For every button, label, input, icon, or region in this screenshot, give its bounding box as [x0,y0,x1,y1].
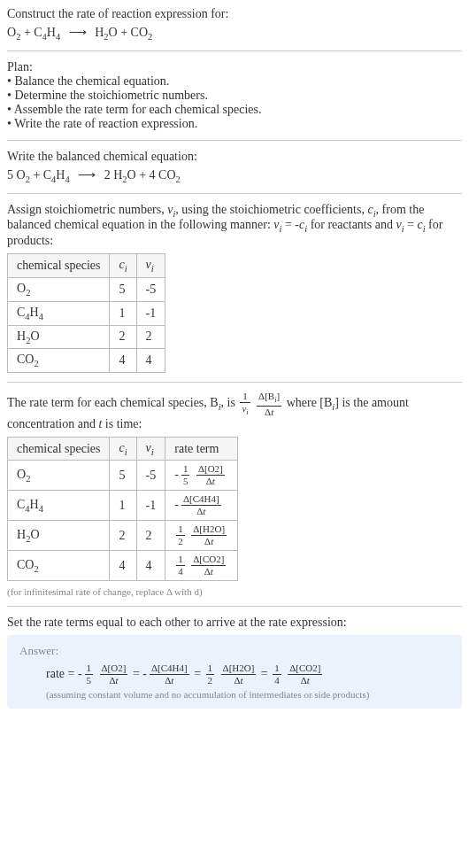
final-section: Set the rate terms equal to each other t… [7,616,462,709]
table-row: H2O22 [8,325,165,349]
col-species: chemical species [8,437,110,461]
balanced-equation: 5 O2 + C4H4 ⟶ 2 H2O + 4 CO2 [7,167,462,184]
table-row: H2O 2 2 12 Δ[H2O]Δt [8,521,238,551]
table-header-row: chemical species ci νi rate term [8,437,238,461]
divider [7,140,462,141]
plan-section: Plan: • Balance the chemical equation. •… [7,60,462,131]
unbalanced-equation: O2 + C4H4 ⟶ H2O + CO2 [7,25,462,42]
col-rate: rate term [165,437,238,461]
rateterm-footnote: (for infinitesimal rate of change, repla… [7,586,462,597]
final-heading: Set the rate terms equal to each other t… [7,616,462,630]
col-nui: νi [136,254,165,278]
prompt-section: Construct the rate of reaction expressio… [7,7,462,42]
table-row: CO2 4 4 14 Δ[CO2]Δt [8,551,238,581]
table-row: O25-5 [8,277,165,301]
table-row: CO244 [8,349,165,373]
answer-label: Answer: [19,644,450,658]
answer-note: (assuming constant volume and no accumul… [19,689,450,700]
col-nui: νi [136,437,165,461]
prompt-line: Construct the rate of reaction expressio… [7,7,462,21]
divider [7,606,462,607]
plan-heading: Plan: [7,60,462,74]
balanced-heading: Write the balanced chemical equation: [7,150,462,164]
rate-expression: rate = -15 Δ[O2]Δt = -Δ[C4H4]Δt = 12 Δ[H… [19,663,450,686]
plan-bullet: • Write the rate of reaction expression. [7,117,462,131]
rateterm-intro: The rate term for each chemical species,… [7,391,462,430]
divider [7,193,462,194]
divider [7,382,462,383]
col-ci: ci [110,437,136,461]
rateterm-table: chemical species ci νi rate term O2 5 -5… [7,437,238,582]
stoich-table: chemical species ci νi O25-5 C4H41-1 H2O… [7,253,165,373]
col-ci: ci [110,254,136,278]
table-header-row: chemical species ci νi [8,254,165,278]
table-row: O2 5 -5 -15 Δ[O2]Δt [8,461,238,491]
balanced-section: Write the balanced chemical equation: 5 … [7,150,462,184]
divider [7,50,462,51]
stoich-section: Assign stoichiometric numbers, νi, using… [7,203,462,374]
plan-bullet: • Assemble the rate term for each chemic… [7,103,462,117]
plan-bullet: • Determine the stoichiometric numbers. [7,89,462,103]
plan-bullet: • Balance the chemical equation. [7,74,462,89]
answer-box: Answer: rate = -15 Δ[O2]Δt = -Δ[C4H4]Δt … [7,635,462,709]
stoich-intro: Assign stoichiometric numbers, νi, using… [7,203,462,249]
table-row: C4H41-1 [8,301,165,325]
col-species: chemical species [8,254,110,278]
table-row: C4H4 1 -1 -Δ[C4H4]Δt [8,491,238,521]
rateterm-section: The rate term for each chemical species,… [7,391,462,597]
